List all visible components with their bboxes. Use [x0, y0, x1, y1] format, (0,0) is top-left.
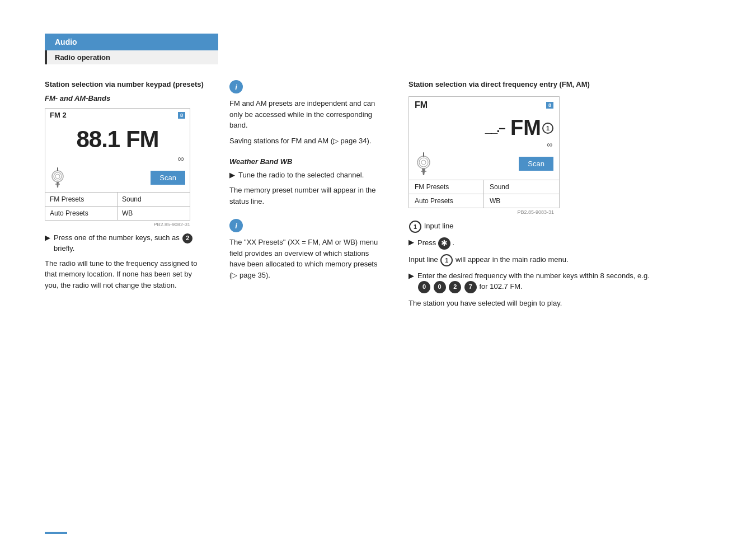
- bullet1-post: briefly.: [54, 244, 74, 252]
- right-column: Station selection via direct frequency e…: [408, 80, 711, 312]
- middle-para3: The "XX Presets" (XX = FM, AM or WB) men…: [229, 237, 386, 280]
- right-bullet-arrow-2: ▶: [408, 271, 414, 280]
- input-line-circle: 1: [440, 254, 453, 266]
- left-radio-display: FM 2 8 88.1 FM ∞ Scan: [45, 108, 190, 221]
- radio-label: Radio operation: [55, 53, 110, 62]
- left-column: Station selection via number keypad (pre…: [45, 80, 207, 312]
- right-radio-bottom: FM Presets Sound Auto Presets WB: [409, 180, 559, 208]
- info-icon-1: i: [229, 80, 243, 93]
- num-0b: 0: [434, 281, 446, 293]
- audio-header: Audio: [45, 34, 218, 50]
- middle-para1: FM and AM presets are independent and ca…: [229, 98, 386, 131]
- left-section-subtitle: FM- and AM-Bands: [45, 94, 207, 102]
- main-content: Station selection via number keypad (pre…: [0, 80, 756, 312]
- left-part-number: PB2.85-9082-31: [45, 222, 190, 227]
- antenna-icon: [50, 166, 72, 189]
- radio-operation-header: Radio operation: [45, 50, 218, 64]
- svg-marker-4: [57, 182, 59, 188]
- right-bullet1: ▶ Press ✱ .: [408, 237, 711, 250]
- right-bullet-arrow-1: ▶: [408, 238, 414, 246]
- radio-middle: Scan: [45, 164, 190, 192]
- middle-para2: Saving stations for FM and AM (▷ page 34…: [229, 135, 386, 147]
- right-radio-freq: __.– FM 1: [409, 114, 559, 140]
- left-body1: The radio will tune to the frequency ass…: [45, 258, 207, 291]
- freq-fm-big: FM: [505, 116, 541, 140]
- radio-bottom-wb: WB: [118, 206, 190, 220]
- press-label: Press: [417, 238, 436, 247]
- right-scan-button[interactable]: Scan: [519, 157, 553, 171]
- radio-bottom-sound: Sound: [118, 193, 190, 206]
- radio-infinity: ∞: [45, 154, 190, 164]
- right-fm-label: FM: [415, 100, 428, 110]
- input-line-label: 1 Input line: [408, 221, 711, 233]
- num-0a: 0: [418, 281, 430, 293]
- num-2: 2: [449, 281, 461, 293]
- radio-signal-badge: 8: [178, 112, 185, 119]
- input-line-text: Input line: [424, 222, 454, 230]
- right-signal-badge: 8: [546, 102, 553, 109]
- scan-button[interactable]: Scan: [151, 171, 185, 185]
- right-auto-presets: Auto Presets: [409, 194, 484, 208]
- right-radio-display: FM 8 __.– FM 1 ∞: [408, 96, 560, 208]
- right-bullet2: ▶ Enter the desired frequency with the n…: [408, 271, 711, 293]
- radio-fm2-label: FM 2: [50, 111, 67, 119]
- svg-point-7: [419, 158, 428, 167]
- svg-point-8: [421, 160, 426, 165]
- left-bullet1-text: Press one of the number keys, such as 2 …: [54, 233, 207, 254]
- right-bullet2-text: Enter the desired frequency with the num…: [417, 271, 650, 293]
- right-body2: The station you have selected will begin…: [408, 298, 711, 309]
- right-antenna-icon: [415, 151, 440, 176]
- radio-top-bar: FM 2 8: [45, 109, 190, 121]
- bullet-arrow-1: ▶: [45, 233, 50, 242]
- right-bullet1-text: Press ✱ .: [417, 237, 454, 250]
- num-7: 7: [464, 281, 477, 293]
- svg-marker-10: [422, 168, 425, 175]
- left-section-title: Station selection via number keypad (pre…: [45, 80, 207, 88]
- right-sound: Sound: [484, 180, 559, 194]
- bullet-arrow-middle: ▶: [229, 171, 235, 179]
- right-wb: WB: [484, 194, 559, 208]
- right-radio-middle: Scan: [409, 149, 559, 180]
- press-period: .: [452, 238, 454, 247]
- right-part-number: PB2.85-9083-31: [408, 209, 554, 215]
- middle-bullet1-text: Tune the radio to the selected channel.: [238, 170, 364, 180]
- right-radio-infinity: ∞: [409, 140, 559, 149]
- right-fm-presets: FM Presets: [409, 180, 484, 194]
- freq-circle-1: 1: [542, 123, 553, 134]
- page-number: 32: [45, 532, 67, 534]
- circle-1-outline: 1: [409, 221, 421, 233]
- svg-point-1: [54, 172, 62, 180]
- bullet1-pre: Press one of the number keys, such as: [54, 233, 180, 242]
- star-button-icon: ✱: [438, 237, 450, 250]
- radio-bottom-fm-presets: FM Presets: [45, 193, 118, 206]
- audio-label: Audio: [55, 38, 77, 46]
- svg-point-2: [55, 174, 60, 179]
- radio-bottom-auto-presets: Auto Presets: [45, 206, 118, 220]
- right-section-title: Station selection via direct frequency e…: [408, 80, 711, 88]
- freq-dashes: __.–: [485, 121, 505, 135]
- number-key-circle: 2: [182, 233, 192, 243]
- info-icon-2: i: [229, 219, 243, 232]
- left-bullet1: ▶ Press one of the number keys, such as …: [45, 233, 207, 254]
- freq-suffix: for 102.7 FM.: [480, 283, 523, 291]
- middle-column: i FM and AM presets are independent and …: [229, 80, 386, 312]
- middle-bullet1: ▶ Tune the radio to the selected channel…: [229, 170, 386, 180]
- radio-bottom: FM Presets Sound Auto Presets WB: [45, 192, 190, 220]
- enter-freq-text: Enter the desired frequency with the num…: [417, 271, 650, 280]
- right-radio-top: FM 8: [409, 97, 559, 114]
- weather-band-title: Weather Band WB: [229, 157, 386, 166]
- right-body1: Input line 1 will appear in the main rad…: [408, 254, 711, 266]
- radio-frequency: 88.1 FM: [45, 121, 190, 154]
- page-container: Audio Radio operation Station selection …: [0, 34, 756, 534]
- middle-body1: The memory preset number will appear in …: [229, 185, 386, 207]
